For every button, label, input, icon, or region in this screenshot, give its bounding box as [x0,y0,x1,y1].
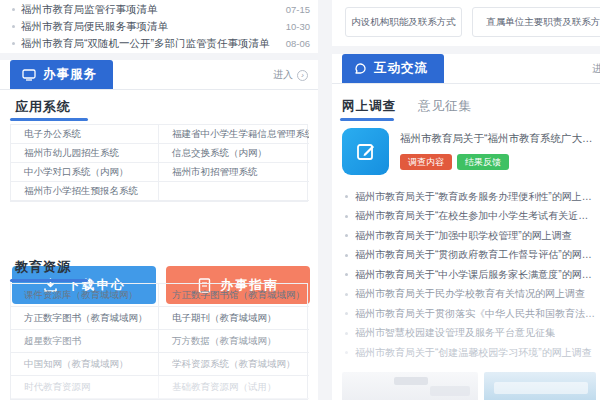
app-system-link[interactable]: 福建省中小学生学籍信息管理系统 [159,125,309,144]
bullet-dot-icon [345,195,348,198]
education-resources-title: 教育资源 [15,258,71,276]
active-tab-underline [10,279,88,282]
app-system-link[interactable] [159,182,309,201]
app-system-link[interactable]: 中小学对口系统（内网） [11,163,159,182]
app-system-link[interactable]: 信息交换系统（内网） [159,144,309,163]
enter-link[interactable]: 进入 › [273,68,308,82]
survey-item[interactable]: 福州市智慧校园建设管理及服务平台意见征集 [342,324,596,344]
bullet-dot-icon [345,332,348,335]
resource-link[interactable]: 方正数字图书馆（教育城域网） [159,284,309,307]
internal-org-contact-button[interactable]: 内设机构职能及联系方式 [345,7,462,37]
app-system-link[interactable]: 福州市初招管理系统 [159,163,309,182]
interaction-panel: 互动交流 进 网上调查 意见征集 福州市教育局关于“福州市教育系统广大离退休同志… [332,54,600,400]
survey-item[interactable]: 福州市教育局关于民办学校教育有关情况的网上调查 [342,285,596,305]
banner-image[interactable] [484,372,596,400]
tab-app-systems[interactable]: 应用系统 [15,98,71,116]
survey-title[interactable]: 福州市教育局关于民办学校教育有关情况的网上调查 [355,287,585,301]
resource-link[interactable]: 基础教育资源网（试用） [159,376,309,399]
app-systems-table: 电子办公系统 福建省中小学生学籍信息管理系统 福州市幼儿园招生系统 信息交换系统… [10,124,308,202]
document-list-card: 福州市教育局监管行事项清单 07-15 福州市教育局便民服务事项清单 10-30… [0,0,318,53]
survey-title[interactable]: 福州市教育局关于“创建温馨校园学习环境”的网上调查 [355,346,592,360]
survey-title[interactable]: 福州市教育局关于“加强中职学校管理”的网上调查 [355,229,572,243]
banner-text-decoration [494,382,588,394]
resource-link[interactable]: 电子期刊（教育城域网） [159,307,309,330]
document-title[interactable]: 福州市教育局“双随机一公开”多部门监管责任事项清单 [21,37,278,51]
resource-link[interactable]: 超星数字图书 [11,330,159,353]
bullet-dot-icon [12,25,15,28]
survey-item[interactable]: 福州市教育局关于“贯彻政府教育工作督导评估”的网上调查 [342,246,596,266]
survey-item[interactable]: 福州市教育局关于“创建温馨校园学习环境”的网上调查 [342,343,596,363]
list-item[interactable]: 福州市教育局便民服务事项清单 10-30 [0,18,318,35]
resource-link[interactable]: 课件资源库（教育城域网） [11,284,159,307]
app-system-link[interactable]: 福州市小学招生预报名系统 [11,182,159,201]
survey-title[interactable]: 福州市教育局关于“贯彻政府教育工作督导评估”的网上调查 [355,248,596,262]
survey-content-badge[interactable]: 调查内容 [400,154,452,170]
survey-title[interactable]: 福州市教育局关于贯彻落实《中华人民共和国教育法》和《福建… [355,307,596,321]
document-title[interactable]: 福州市教育局便民服务事项清单 [21,20,278,34]
enter-label: 进 [592,62,600,76]
service-panel-icon [22,69,36,81]
active-tab-underline [340,118,394,121]
tab-online-survey[interactable]: 网上调查 [342,98,396,115]
bullet-dot-icon [12,8,15,11]
survey-item[interactable]: 福州市教育局关于“教育政务服务办理便利性”的网上调查 [342,187,596,207]
bullet-dot-icon [12,42,15,45]
enter-link[interactable]: 进 [592,62,600,76]
resource-link[interactable]: 中国知网（教育城域网） [11,353,159,376]
featured-survey-title[interactable]: 福州市教育局关于“福州市教育系统广大离退休同志… [400,132,596,146]
active-tab-underline [10,118,88,121]
list-item[interactable]: 福州市教育局“双随机一公开”多部门监管责任事项清单 08-06 [0,35,318,52]
banner-image[interactable] [342,372,478,400]
survey-title[interactable]: 福州市教育局关于“教育政务服务办理便利性”的网上调查 [355,190,596,204]
bullet-dot-icon [345,312,348,315]
divider [0,89,318,90]
bullet-dot-icon [345,215,348,218]
resource-link[interactable]: 时代教育资源网 [11,376,159,399]
survey-title[interactable]: 福州市智慧校园建设管理及服务平台意见征集 [355,326,555,340]
survey-item[interactable]: 福州市教育局关于“加强中职学校管理”的网上调查 [342,226,596,246]
survey-pencil-icon[interactable] [342,128,389,175]
list-item[interactable]: 福州市教育局监管行事项清单 07-15 [0,1,318,18]
survey-item[interactable]: 福州市教育局关于“中小学课后服务家长满意度”的网上调查 [342,265,596,285]
resource-link[interactable]: 方正数字图书（教育城域网） [11,307,159,330]
enter-label: 进入 [273,68,293,82]
document-date: 10-30 [286,21,310,32]
affiliated-units-contact-button[interactable]: 直属单位主要职责及联系方式 [472,7,600,37]
tab-service[interactable]: 办事服务 [10,60,113,89]
app-system-link[interactable]: 福州市幼儿园招生系统 [11,144,159,163]
survey-title[interactable]: 福州市教育局关于“在校生参加中小学生考试有关近视防控教育情… [355,209,596,223]
tab-interaction[interactable]: 互动交流 [342,54,444,83]
resource-link[interactable]: 学科资源系统（教育城域网） [159,353,309,376]
banner-decoration [394,377,428,385]
banner-decoration [430,386,470,396]
survey-title[interactable]: 福州市教育局关于“中小学课后服务家长满意度”的网上调查 [355,268,596,282]
education-resources-table: 课件资源库（教育城域网） 方正数字图书馆（教育城域网） 方正数字图书（教育城域网… [10,283,308,400]
resource-link[interactable]: 万方数据（教育城域网） [159,330,309,353]
contact-links-card: 内设机构职能及联系方式 直属单位主要职责及联系方式 [332,0,600,46]
document-date: 08-06 [286,38,310,49]
tab-interaction-label: 互动交流 [374,60,428,77]
survey-list: 福州市教育局关于“教育政务服务办理便利性”的网上调查 福州市教育局关于“在校生参… [342,187,596,363]
survey-item[interactable]: 福州市教育局关于“在校生参加中小学生考试有关近视防控教育情… [342,207,596,227]
bullet-dot-icon [345,234,348,237]
bullet-dot-icon [345,273,348,276]
enter-arrow-icon: › [297,70,308,81]
bullet-dot-icon [345,351,348,354]
bullet-dot-icon [345,293,348,296]
bullet-dot-icon [345,254,348,257]
app-system-link[interactable]: 电子办公系统 [11,125,159,144]
divider [332,83,600,84]
tab-service-label: 办事服务 [43,66,97,83]
document-date: 07-15 [286,4,310,15]
interaction-icon [354,62,367,75]
document-title[interactable]: 福州市教育局监管行事项清单 [21,3,278,17]
tab-opinion-collection[interactable]: 意见征集 [418,98,472,115]
survey-item[interactable]: 福州市教育局关于贯彻落实《中华人民共和国教育法》和《福建… [342,304,596,324]
service-panel: 办事服务 进入 › 应用系统 电子办公系统 福建省中小学生学籍信息管理系统 福州… [0,60,318,400]
result-feedback-badge[interactable]: 结果反馈 [457,154,509,170]
